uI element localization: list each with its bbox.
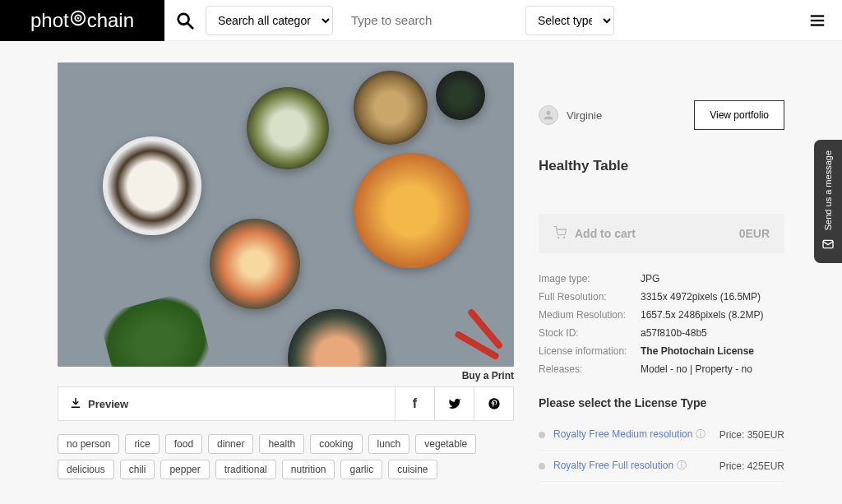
svg-point-9 bbox=[557, 237, 558, 238]
type-select[interactable]: Select type bbox=[525, 6, 614, 35]
content: Buy a Print Preview f no personricefoodd… bbox=[0, 41, 842, 482]
action-bar: Preview f bbox=[58, 386, 514, 421]
meta-label: Medium Resolution: bbox=[539, 309, 641, 321]
tag[interactable]: delicious bbox=[58, 460, 114, 479]
tag[interactable]: garlic bbox=[340, 460, 382, 479]
menu-icon[interactable] bbox=[801, 12, 834, 30]
send-message-label: Send us a message bbox=[823, 150, 833, 230]
tag[interactable]: food bbox=[165, 434, 202, 454]
tag[interactable]: cuisine bbox=[388, 460, 437, 479]
view-portfolio-button[interactable]: View portfolio bbox=[694, 100, 784, 130]
svg-point-2 bbox=[76, 16, 79, 19]
meta-link[interactable]: The Photochain License bbox=[641, 345, 754, 357]
cart-price: 0EUR bbox=[739, 227, 770, 240]
tag[interactable]: health bbox=[259, 434, 304, 454]
license-list: Royalty Free Medium resolutionⓘPrice: 35… bbox=[539, 419, 784, 482]
info-icon[interactable]: ⓘ bbox=[677, 460, 687, 471]
avatar[interactable] bbox=[539, 105, 558, 125]
logo[interactable]: phot chain bbox=[0, 0, 164, 41]
meta-label: Image type: bbox=[539, 273, 641, 284]
left-column: Buy a Print Preview f no personricefoodd… bbox=[58, 62, 514, 482]
meta-row: Medium Resolution:1657.5x 2486pixels (8.… bbox=[539, 306, 784, 324]
author-row: Virginie View portfolio bbox=[539, 100, 784, 130]
logo-pre: phot bbox=[30, 9, 69, 32]
radio-icon bbox=[539, 432, 545, 438]
photo-title: Healthy Table bbox=[539, 158, 784, 174]
tag[interactable]: no person bbox=[58, 434, 119, 454]
svg-line-4 bbox=[188, 23, 193, 27]
share-pinterest[interactable] bbox=[474, 387, 513, 420]
meta-value: JPG bbox=[641, 273, 659, 284]
tag[interactable]: traditional bbox=[215, 460, 276, 479]
meta-value: a57f810b-48b5 bbox=[641, 327, 707, 339]
author-name[interactable]: Virginie bbox=[567, 109, 686, 122]
cart-label: Add to cart bbox=[575, 227, 739, 240]
tag[interactable]: lunch bbox=[368, 434, 410, 454]
right-column: Virginie View portfolio Healthy Table Ad… bbox=[539, 62, 784, 482]
info-icon[interactable]: ⓘ bbox=[696, 428, 706, 440]
main-photo[interactable] bbox=[58, 62, 514, 367]
license-name: Royalty Free Medium resolutionⓘ bbox=[553, 428, 719, 442]
download-icon bbox=[70, 397, 81, 411]
header: phot chain Search all categories Select … bbox=[0, 0, 842, 41]
license-title: Please select the License Type bbox=[539, 396, 784, 409]
send-message-tab[interactable]: Send us a message bbox=[814, 140, 842, 263]
meta-table: Image type:JPGFull Resolution:3315x 4972… bbox=[539, 270, 784, 378]
buy-print-link[interactable]: Buy a Print bbox=[58, 367, 514, 385]
radio-icon bbox=[539, 463, 545, 469]
svg-point-3 bbox=[178, 13, 189, 24]
meta-value: Model - no | Property - no bbox=[641, 363, 752, 375]
meta-label: Releases: bbox=[539, 363, 641, 375]
meta-row: Releases:Model - no | Property - no bbox=[539, 360, 784, 378]
logo-o-icon bbox=[69, 9, 87, 32]
meta-row: Full Resolution:3315x 4972pixels (16.5MP… bbox=[539, 288, 784, 306]
share-twitter[interactable] bbox=[434, 387, 474, 420]
add-to-cart-bar[interactable]: Add to cart 0EUR bbox=[539, 214, 784, 253]
message-icon bbox=[821, 238, 835, 252]
tag[interactable]: rice bbox=[125, 434, 159, 454]
tag[interactable]: pepper bbox=[160, 460, 209, 479]
search-icon[interactable] bbox=[164, 12, 206, 30]
meta-value: 1657.5x 2486pixels (8.2MP) bbox=[641, 309, 763, 321]
cart-icon bbox=[553, 226, 567, 242]
tag[interactable]: chili bbox=[120, 460, 155, 479]
tag[interactable]: vegetable bbox=[415, 434, 476, 454]
tag[interactable]: dinner bbox=[208, 434, 253, 454]
license-price: Price: 350EUR bbox=[719, 429, 784, 441]
tag[interactable]: cooking bbox=[310, 434, 362, 454]
meta-label: License information: bbox=[539, 345, 641, 357]
license-option[interactable]: Royalty Free Medium resolutionⓘPrice: 35… bbox=[539, 419, 784, 451]
preview-button[interactable]: Preview bbox=[58, 387, 395, 420]
meta-label: Stock ID: bbox=[539, 327, 641, 339]
svg-point-10 bbox=[564, 237, 565, 238]
meta-row: License information:The Photochain Licen… bbox=[539, 342, 784, 360]
license-price: Price: 425EUR bbox=[719, 460, 784, 472]
preview-label: Preview bbox=[88, 398, 128, 410]
logo-post: chain bbox=[87, 9, 134, 32]
meta-row: Stock ID:a57f810b-48b5 bbox=[539, 324, 784, 342]
category-select[interactable]: Search all categories bbox=[206, 6, 333, 35]
meta-row: Image type:JPG bbox=[539, 270, 784, 288]
tag[interactable]: nutrition bbox=[282, 460, 335, 479]
license-name: Royalty Free Full resolutionⓘ bbox=[553, 459, 719, 473]
license-option[interactable]: Royalty Free Full resolutionⓘPrice: 425E… bbox=[539, 451, 784, 482]
share-facebook[interactable]: f bbox=[395, 387, 434, 420]
meta-label: Full Resolution: bbox=[539, 291, 641, 303]
tag-list: no personricefooddinnerhealthcookinglunc… bbox=[58, 434, 514, 479]
search-input[interactable] bbox=[343, 6, 516, 35]
meta-value: 3315x 4972pixels (16.5MP) bbox=[641, 291, 761, 303]
